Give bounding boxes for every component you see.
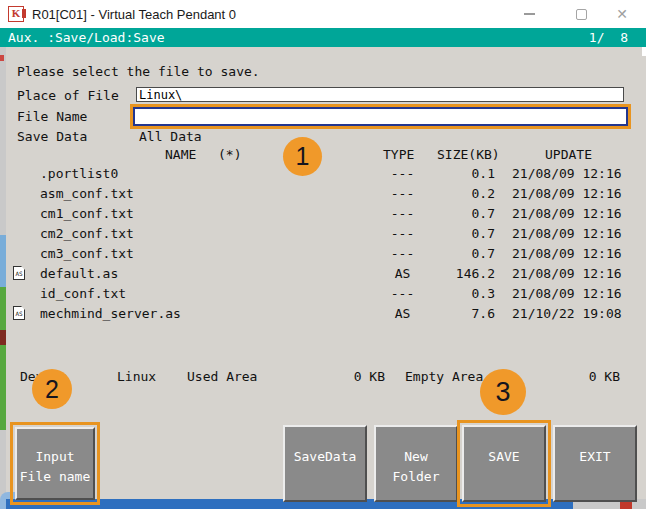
close-icon: ✕ bbox=[616, 6, 628, 22]
prompt-text: Please select the file to save. bbox=[17, 64, 260, 79]
save-data-button[interactable]: SaveData bbox=[283, 425, 367, 502]
col-name-mark: (*) bbox=[218, 147, 241, 162]
file-name: asm_conf.txt bbox=[38, 186, 380, 201]
file-name: cm2_conf.txt bbox=[38, 226, 380, 241]
file-name: default.as bbox=[38, 266, 380, 281]
file-type: --- bbox=[380, 166, 425, 181]
file-size: 7.6 bbox=[425, 306, 495, 321]
save-data-value: All Data bbox=[139, 129, 202, 144]
file-row[interactable]: cm3_conf.txt --- 0.7 21/08/09 12:16 bbox=[10, 243, 630, 263]
desktop-artifact bbox=[620, 501, 632, 509]
file-update: 21/08/09 12:16 bbox=[510, 186, 620, 201]
file-name: mechmind_server.as bbox=[38, 306, 380, 321]
virtual-teach-pendant-window: K R01[C01] - Virtual Teach Pendant 0 ✕ A… bbox=[0, 0, 646, 509]
file-row[interactable]: id_conf.txt --- 0.3 21/08/09 12:16 bbox=[10, 283, 630, 303]
file-name-label: File Name bbox=[17, 109, 87, 124]
as-file-icon: AS bbox=[13, 306, 25, 320]
file-type: --- bbox=[380, 186, 425, 201]
desktop-artifact bbox=[0, 55, 4, 61]
exit-button[interactable]: EXIT bbox=[553, 425, 637, 502]
place-of-file-label: Place of File bbox=[17, 88, 119, 103]
used-area-value: 0 KB bbox=[330, 369, 385, 384]
file-type: --- bbox=[380, 206, 425, 221]
col-update: UPDATE bbox=[545, 147, 592, 162]
file-type: AS bbox=[380, 266, 425, 281]
file-row[interactable]: .portlist0 --- 0.1 21/08/09 12:16 bbox=[10, 163, 630, 183]
file-size: 146.2 bbox=[425, 266, 495, 281]
file-size: 0.7 bbox=[425, 206, 495, 221]
new-folder-button[interactable]: New Folder bbox=[374, 425, 458, 502]
file-size: 0.2 bbox=[425, 186, 495, 201]
file-update: 21/08/09 12:16 bbox=[510, 206, 620, 221]
file-type: --- bbox=[380, 226, 425, 241]
maximize-icon bbox=[576, 9, 587, 20]
button-label: Folder bbox=[393, 467, 440, 487]
file-size: 0.3 bbox=[425, 286, 495, 301]
file-name: .portlist0 bbox=[38, 166, 380, 181]
close-button[interactable]: ✕ bbox=[602, 0, 642, 28]
device-value: Linux bbox=[117, 369, 156, 384]
desktop-artifact bbox=[0, 330, 6, 345]
app-logo-icon: K bbox=[8, 6, 24, 22]
file-update: 21/08/09 12:16 bbox=[510, 226, 620, 241]
file-type: AS bbox=[380, 306, 425, 321]
file-row[interactable]: cm1_conf.txt --- 0.7 21/08/09 12:16 bbox=[10, 203, 630, 223]
save-button[interactable]: SAVE bbox=[462, 425, 546, 502]
file-name-highlight-box bbox=[130, 104, 631, 129]
file-update: 21/08/09 12:16 bbox=[510, 286, 620, 301]
file-row[interactable]: AS default.as AS 146.2 21/08/09 12:16 bbox=[10, 263, 630, 283]
button-label: New bbox=[404, 447, 427, 467]
col-name: NAME bbox=[165, 147, 196, 162]
file-name-input[interactable] bbox=[133, 107, 628, 126]
desktop-artifact bbox=[0, 235, 6, 287]
button-label: SAVE bbox=[488, 447, 519, 467]
file-list: .portlist0 --- 0.1 21/08/09 12:16 asm_co… bbox=[10, 163, 630, 323]
file-size: 0.7 bbox=[425, 246, 495, 261]
button-label: EXIT bbox=[579, 447, 610, 467]
annotation-circle-2: 2 bbox=[32, 369, 72, 409]
maximize-button[interactable] bbox=[561, 0, 601, 28]
annotation-circle-3: 3 bbox=[480, 369, 526, 415]
place-of-file-input[interactable] bbox=[136, 87, 624, 102]
used-area-label: Used Area bbox=[187, 369, 257, 384]
file-icon-slot: AS bbox=[10, 306, 38, 320]
minimize-button[interactable] bbox=[509, 0, 549, 28]
file-icon-slot: AS bbox=[10, 266, 38, 280]
file-row[interactable]: AS mechmind_server.as AS 7.6 21/10/22 19… bbox=[10, 303, 630, 323]
window-title: R01[C01] - Virtual Teach Pendant 0 bbox=[32, 7, 236, 22]
screen-title: Aux. :Save/Load:Save bbox=[8, 30, 165, 45]
file-update: 21/08/09 12:16 bbox=[510, 246, 620, 261]
file-name: cm1_conf.txt bbox=[38, 206, 380, 221]
file-update: 21/10/22 19:08 bbox=[510, 306, 620, 321]
col-size: SIZE(KB) bbox=[437, 147, 500, 162]
file-update: 21/08/09 12:16 bbox=[510, 166, 620, 181]
minimize-icon bbox=[524, 13, 535, 15]
file-size: 0.7 bbox=[425, 226, 495, 241]
file-row[interactable]: cm2_conf.txt --- 0.7 21/08/09 12:16 bbox=[10, 223, 630, 243]
button-label: Input bbox=[35, 447, 74, 467]
save-data-label: Save Data bbox=[17, 129, 87, 144]
file-row[interactable]: asm_conf.txt --- 0.2 21/08/09 12:16 bbox=[10, 183, 630, 203]
empty-area-value: 0 KB bbox=[560, 369, 620, 384]
file-type: --- bbox=[380, 286, 425, 301]
file-update: 21/08/09 12:16 bbox=[510, 266, 620, 281]
input-file-name-button[interactable]: Input File name bbox=[15, 427, 95, 500]
col-type: TYPE bbox=[383, 147, 414, 162]
file-name: cm3_conf.txt bbox=[38, 246, 380, 261]
screen-header-bar: Aux. :Save/Load:Save 1/ 8 bbox=[0, 28, 646, 47]
annotation-circle-1: 1 bbox=[283, 137, 322, 176]
desktop-artifact bbox=[0, 287, 6, 430]
button-label: File name bbox=[20, 467, 90, 487]
title-bar: K R01[C01] - Virtual Teach Pendant 0 ✕ bbox=[0, 0, 646, 28]
page-indicator: 1/ 8 bbox=[589, 30, 628, 45]
file-type: --- bbox=[380, 246, 425, 261]
as-file-icon: AS bbox=[13, 266, 25, 280]
file-size: 0.1 bbox=[425, 166, 495, 181]
file-name: id_conf.txt bbox=[38, 286, 380, 301]
button-label: SaveData bbox=[294, 447, 357, 467]
empty-area-label: Empty Area bbox=[405, 369, 483, 384]
